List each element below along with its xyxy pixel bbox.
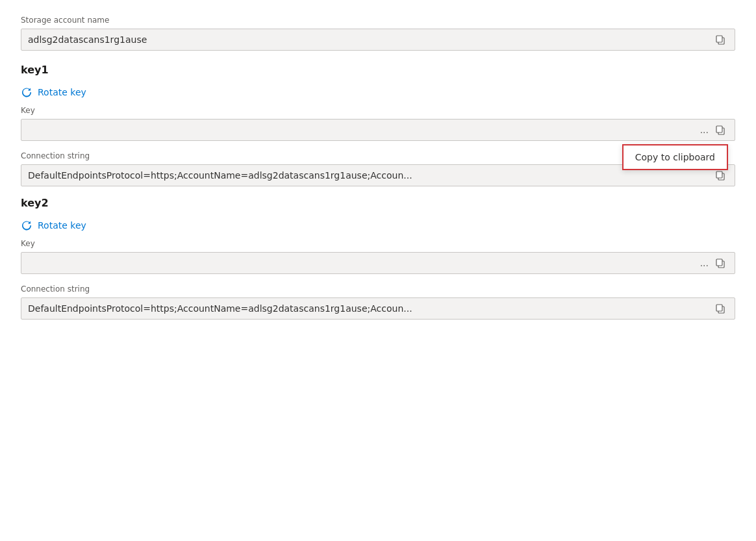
key2-connection-string-label: Connection string xyxy=(21,284,735,294)
key2-connection-string-row xyxy=(21,297,735,320)
storage-account-copy-button[interactable] xyxy=(712,33,728,46)
key2-rotate-button[interactable]: Rotate key xyxy=(21,220,86,231)
storage-account-input-row xyxy=(21,29,735,51)
key1-key-label: Key xyxy=(21,106,735,115)
svg-rect-3 xyxy=(716,126,722,132)
key2-key-label: Key xyxy=(21,239,735,248)
rotate-icon xyxy=(21,86,32,98)
svg-rect-9 xyxy=(716,305,722,311)
key1-copy-button[interactable] xyxy=(712,123,728,136)
key2-title: key2 xyxy=(21,197,735,209)
copy-to-clipboard-dropdown[interactable]: Copy to clipboard xyxy=(622,144,728,170)
storage-account-input[interactable] xyxy=(28,34,712,45)
key2-connection-string-input[interactable] xyxy=(28,303,712,314)
svg-rect-7 xyxy=(716,259,722,266)
key2-ellipsis: ... xyxy=(700,258,709,268)
key1-title: key1 xyxy=(21,64,735,76)
svg-rect-5 xyxy=(716,171,722,178)
key2-connection-string-copy-button[interactable] xyxy=(712,302,728,315)
key1-copy-wrapper[interactable]: Copy to clipboard xyxy=(712,123,728,136)
key2-copy-button[interactable] xyxy=(712,257,728,270)
rotate-icon xyxy=(21,220,32,231)
key1-connection-string-copy-button[interactable] xyxy=(712,169,728,182)
storage-account-section: Storage account name xyxy=(21,16,735,51)
key1-ellipsis: ... xyxy=(700,125,709,135)
storage-account-label: Storage account name xyxy=(21,16,735,25)
key1-connection-string-input[interactable] xyxy=(28,170,712,181)
copy-icon xyxy=(715,125,725,135)
key1-key-input[interactable] xyxy=(28,125,700,135)
copy-to-clipboard-label: Copy to clipboard xyxy=(635,152,715,162)
copy-icon xyxy=(715,34,725,45)
copy-icon xyxy=(715,303,725,314)
copy-icon xyxy=(715,170,725,181)
key1-rotate-button[interactable]: Rotate key xyxy=(21,86,86,98)
key1-rotate-label: Rotate key xyxy=(38,87,86,97)
key1-section: key1 Rotate key Key ... Copy to clipboar… xyxy=(21,64,735,186)
key2-section: key2 Rotate key Key ... Connection strin… xyxy=(21,197,735,320)
key2-rotate-label: Rotate key xyxy=(38,220,86,231)
key2-key-input[interactable] xyxy=(28,258,700,268)
copy-icon xyxy=(715,258,725,268)
svg-rect-1 xyxy=(716,36,722,42)
key1-key-input-row: ... Copy to clipboard xyxy=(21,119,735,141)
key2-key-input-row: ... xyxy=(21,252,735,274)
